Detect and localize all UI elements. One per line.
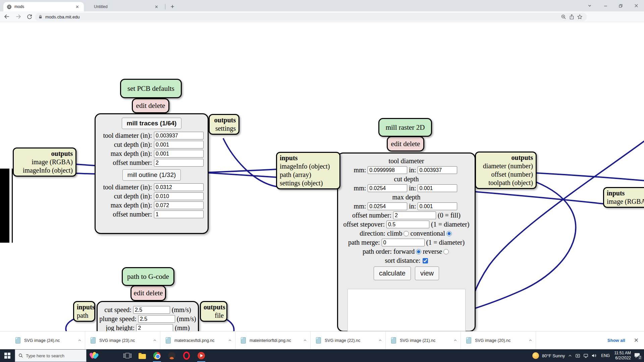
chevron-up-icon[interactable] [453, 339, 457, 342]
share-icon[interactable] [568, 13, 576, 21]
offset-number-input[interactable] [393, 212, 436, 219]
port-image-rgba[interactable]: image (RGBA [607, 198, 644, 205]
tab-mods[interactable]: mods ✕ [3, 2, 84, 11]
weather-widget[interactable]: 80°F Sunny [542, 353, 565, 358]
port-path[interactable]: path (array) [280, 171, 311, 178]
tool-diameter-in-input[interactable] [418, 166, 457, 174]
tool-diameter-input[interactable] [154, 132, 204, 139]
outputs-node-raster[interactable]: outputs diameter (number) offset (number… [475, 152, 537, 189]
file-explorer-button[interactable] [135, 349, 150, 362]
meet-now-icon[interactable] [575, 353, 580, 358]
mill-raster-2d-button[interactable]: mill raster 2D [378, 118, 432, 137]
mill-traces-button[interactable]: mill traces (1/64) [122, 118, 182, 129]
download-item[interactable]: SVG image (24).nc [10, 331, 85, 349]
max-depth-mm-input[interactable] [368, 202, 407, 210]
forward-icon[interactable] [13, 12, 23, 21]
climb-radio[interactable] [404, 231, 409, 236]
reload-icon[interactable] [25, 12, 34, 21]
language-indicator[interactable]: ENG [600, 353, 611, 358]
action-center-button[interactable]: 2 [634, 353, 641, 359]
set-pcb-edit-delete-button[interactable]: edit delete [132, 98, 169, 113]
reverse-radio[interactable] [443, 249, 449, 254]
chevron-up-icon[interactable] [228, 339, 232, 342]
calculate-button[interactable]: calculate [374, 266, 411, 280]
mill-outline-button[interactable]: mill outline (1/32) [122, 169, 181, 181]
chrome-button[interactable] [150, 349, 164, 362]
cut-depth-in-input[interactable] [418, 184, 457, 192]
chevron-up-icon[interactable] [303, 339, 307, 342]
opera-button[interactable] [179, 349, 194, 362]
offset-number-input[interactable] [154, 159, 204, 167]
window-minimize-button[interactable] [598, 0, 612, 11]
port-file[interactable]: file [215, 312, 224, 319]
max-depth-input[interactable] [154, 201, 204, 209]
taskbar-clock[interactable]: 11:51 AM 6/2/2022 [614, 351, 631, 361]
cut-speed-input[interactable] [133, 306, 170, 314]
max-depth-input[interactable] [154, 150, 204, 158]
zoom-page-icon[interactable] [559, 13, 568, 21]
window-restore-button[interactable] [613, 0, 628, 11]
set-pcb-defaults-button[interactable]: set PCB defaults [120, 79, 182, 98]
task-view-button[interactable] [120, 349, 135, 362]
view-button[interactable]: view [415, 266, 439, 280]
chevron-up-icon[interactable] [378, 339, 382, 342]
offset-number-input[interactable] [154, 210, 204, 218]
sort-distance-checkbox[interactable] [423, 258, 428, 263]
port-path[interactable]: path [77, 312, 88, 319]
port-offset[interactable]: offset (number) [491, 171, 533, 178]
tab-close-icon[interactable]: ✕ [74, 4, 80, 10]
jog-height-input[interactable] [136, 324, 173, 332]
network-icon[interactable] [583, 353, 588, 358]
tab-close-icon[interactable]: ✕ [153, 4, 160, 10]
chevron-up-icon[interactable] [153, 339, 157, 342]
download-item[interactable]: SVG image (22).nc [311, 331, 386, 349]
forward-radio[interactable] [416, 249, 421, 254]
max-depth-in-input[interactable] [418, 202, 457, 210]
download-item[interactable]: mateinteriorftdi.png.nc [235, 331, 311, 349]
plunge-speed-input[interactable] [138, 315, 175, 323]
port-image-rgba[interactable]: image (RGBA) [32, 158, 73, 166]
download-item[interactable]: SVG image (23).nc [85, 331, 160, 349]
inputs-node-raster[interactable]: inputs imageInfo (object) path (array) s… [276, 152, 340, 189]
cut-depth-input[interactable] [154, 141, 204, 148]
port-settings[interactable]: settings [215, 125, 236, 132]
dark-app-button[interactable] [164, 349, 179, 362]
cut-depth-input[interactable] [154, 192, 204, 200]
downloads-close-icon[interactable]: ✕ [634, 337, 639, 344]
conventional-radio[interactable] [446, 231, 452, 236]
tab-search-chevron-icon[interactable] [583, 0, 597, 11]
gcode-edit-delete-button[interactable]: edit delete [130, 285, 166, 301]
tool-diameter-input[interactable] [154, 183, 204, 191]
cut-depth-mm-input[interactable] [368, 184, 407, 192]
tool-diameter-mm-input[interactable] [368, 166, 407, 174]
outputs-node-settings[interactable]: outputs settings [209, 114, 239, 135]
outputs-node-gcode[interactable]: outputs file [200, 301, 227, 322]
offset-stepover-input[interactable] [386, 221, 429, 228]
volume-icon[interactable] [591, 353, 597, 358]
outputs-node-image[interactable]: outputs image (RGBA) imageInfo (object) [13, 147, 76, 177]
port-diameter[interactable]: diameter (number) [483, 162, 533, 170]
tray-chevron-up-icon[interactable] [568, 354, 572, 358]
download-item[interactable]: SVG image (21).nc [386, 331, 461, 349]
back-icon[interactable] [2, 12, 11, 21]
tab-untitled[interactable]: Untitled ✕ [88, 2, 163, 11]
mill-raster-edit-delete-button[interactable]: edit delete [387, 136, 424, 152]
url-bar[interactable]: mods.cba.mit.edu [35, 13, 587, 21]
chevron-up-icon[interactable] [78, 339, 82, 342]
download-item[interactable]: SVG image (20).nc [461, 331, 536, 349]
new-tab-button[interactable]: + [168, 3, 176, 11]
path-to-gcode-button[interactable]: path to G-code [122, 267, 174, 286]
port-imageinfo[interactable]: imageInfo (object) [23, 167, 73, 174]
taskbar-app-colorful-icon[interactable] [87, 349, 101, 362]
port-toolpath[interactable]: toolpath (object) [488, 179, 533, 186]
media-player-button[interactable] [194, 349, 209, 362]
download-item[interactable]: matetracesftdi.png.nc [160, 331, 235, 349]
taskbar-search-input[interactable]: Type here to search [15, 349, 87, 362]
window-close-button[interactable] [629, 0, 643, 11]
bookmark-star-icon[interactable] [576, 13, 584, 21]
port-settings[interactable]: settings (object) [280, 179, 323, 187]
show-all-button[interactable]: Show all [607, 338, 625, 343]
chevron-up-icon[interactable] [529, 339, 532, 342]
inputs-node-gcode[interactable]: inputs path [73, 301, 95, 322]
port-imageinfo[interactable]: imageInfo (object) [280, 163, 330, 170]
